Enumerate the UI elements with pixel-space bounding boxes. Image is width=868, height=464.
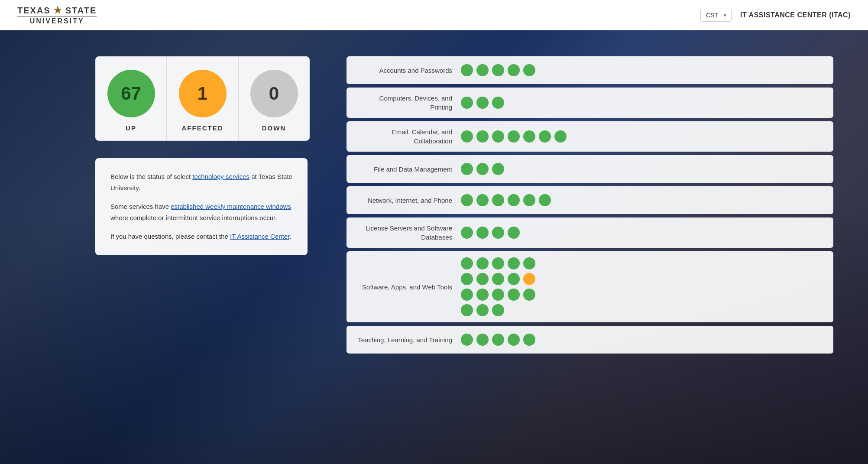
service-row-4[interactable]: Network, Internet, and Phone <box>347 186 833 214</box>
info-para2-after: where complete or intermittent service i… <box>110 214 277 221</box>
itac-link[interactable]: IT Assistance Center <box>230 233 289 240</box>
info-para1: Below is the status of select technology… <box>110 171 292 193</box>
dot-0 <box>461 163 473 175</box>
dot-8 <box>508 273 520 285</box>
service-name: Accounts and Passwords <box>357 66 461 75</box>
status-circle-up: 67 <box>107 70 155 117</box>
dot-2 <box>492 64 504 76</box>
dot-0 <box>461 130 473 143</box>
status-circle-down: 0 <box>250 70 298 117</box>
service-row-6[interactable]: Software, Apps, and Web Tools <box>347 251 833 322</box>
dot-16 <box>476 304 489 316</box>
service-row-0[interactable]: Accounts and Passwords <box>347 56 833 84</box>
service-dots <box>461 194 823 206</box>
timezone-wrapper[interactable]: CST EST PST MST <box>700 9 732 22</box>
service-dots <box>461 64 823 76</box>
service-name: License Servers and Software Databases <box>357 224 461 242</box>
dot-1 <box>476 227 489 239</box>
logo-texas: TEXAS <box>17 6 51 16</box>
status-card-down: 0DOWN <box>238 56 310 141</box>
service-row-2[interactable]: Email, Calendar, and Collaboration <box>347 121 833 152</box>
service-row-5[interactable]: License Servers and Software Databases <box>347 217 833 248</box>
service-dots <box>461 130 823 143</box>
dot-1 <box>476 130 489 143</box>
dot-2 <box>492 130 504 143</box>
dot-3 <box>508 130 520 143</box>
dot-9 <box>523 273 535 285</box>
dot-1 <box>476 163 489 175</box>
dot-0 <box>461 227 473 239</box>
dot-4 <box>523 194 535 206</box>
service-name: Computers, Devices, and Printing <box>357 94 461 112</box>
dot-5 <box>539 130 551 143</box>
dot-2 <box>492 334 504 346</box>
logo-name-block: TEXAS ★ STATE UNIVERSITY <box>17 5 97 25</box>
logo-container: TEXAS ★ STATE UNIVERSITY <box>17 5 97 25</box>
technology-services-link[interactable]: technology services <box>192 173 249 180</box>
dot-0 <box>461 257 473 269</box>
dot-2 <box>492 257 504 269</box>
dot-6 <box>476 273 489 285</box>
logo-top-line: TEXAS ★ STATE <box>17 5 97 16</box>
service-row-7[interactable]: Teaching, Learning, and Training <box>347 326 833 354</box>
logo-star-icon: ★ <box>53 5 63 16</box>
dot-5 <box>539 194 551 206</box>
maintenance-windows-link[interactable]: established weekly maintenance windows <box>171 203 291 210</box>
timezone-select[interactable]: CST EST PST MST <box>700 9 732 22</box>
dot-2 <box>492 227 504 239</box>
info-para1-before: Below is the status of select <box>110 173 192 180</box>
service-name: Software, Apps, and Web Tools <box>357 282 461 292</box>
logo-state: STATE <box>65 6 97 16</box>
service-name: Email, Calendar, and Collaboration <box>357 127 461 146</box>
dot-11 <box>476 289 489 301</box>
info-para3-before: If you have questions, please contact th… <box>110 233 230 240</box>
dot-1 <box>476 334 489 346</box>
status-label-up: UP <box>126 124 136 132</box>
dot-3 <box>508 257 520 269</box>
info-box: Below is the status of select technology… <box>95 158 308 255</box>
main-content: 67UP1AFFECTED0DOWN Below is the status o… <box>0 30 868 464</box>
dot-1 <box>476 257 489 269</box>
dot-4 <box>523 334 535 346</box>
logo-university: UNIVERSITY <box>17 16 97 25</box>
service-name: Teaching, Learning, and Training <box>357 335 461 344</box>
service-dots <box>461 97 823 109</box>
status-card-up: 67UP <box>95 56 167 141</box>
service-list: Accounts and PasswordsComputers, Devices… <box>347 56 842 447</box>
dot-4 <box>523 64 535 76</box>
service-dots <box>461 334 823 346</box>
dot-3 <box>508 334 520 346</box>
dot-17 <box>492 304 504 316</box>
dot-4 <box>523 257 535 269</box>
dot-6 <box>554 130 567 143</box>
dot-15 <box>461 304 473 316</box>
status-cards: 67UP1AFFECTED0DOWN <box>95 56 321 141</box>
header-right: CST EST PST MST IT ASSISTANCE CENTER (IT… <box>700 9 851 22</box>
dot-13 <box>508 289 520 301</box>
status-circle-affected: 1 <box>179 70 227 117</box>
status-card-affected: 1AFFECTED <box>167 56 238 141</box>
header: TEXAS ★ STATE UNIVERSITY CST EST PST MST… <box>0 0 868 30</box>
service-row-3[interactable]: File and Data Management <box>347 155 833 183</box>
dot-0 <box>461 334 473 346</box>
dot-3 <box>508 227 520 239</box>
service-name: File and Data Management <box>357 165 461 174</box>
dot-12 <box>492 289 504 301</box>
status-label-affected: AFFECTED <box>182 124 223 132</box>
dot-2 <box>492 163 504 175</box>
info-para3-after: . <box>289 233 291 240</box>
dot-2 <box>492 97 504 109</box>
service-name: Network, Internet, and Phone <box>357 196 461 205</box>
status-label-down: DOWN <box>262 124 286 132</box>
dot-0 <box>461 194 473 206</box>
left-column: 67UP1AFFECTED0DOWN Below is the status o… <box>95 56 321 447</box>
service-dots <box>461 227 823 239</box>
dot-1 <box>476 64 489 76</box>
service-dots <box>461 163 823 175</box>
service-dots <box>461 257 823 316</box>
dot-3 <box>508 64 520 76</box>
info-para2: Some services have established weekly ma… <box>110 201 292 223</box>
info-para3: If you have questions, please contact th… <box>110 231 292 242</box>
service-row-1[interactable]: Computers, Devices, and Printing <box>347 88 833 118</box>
dot-4 <box>523 130 535 143</box>
